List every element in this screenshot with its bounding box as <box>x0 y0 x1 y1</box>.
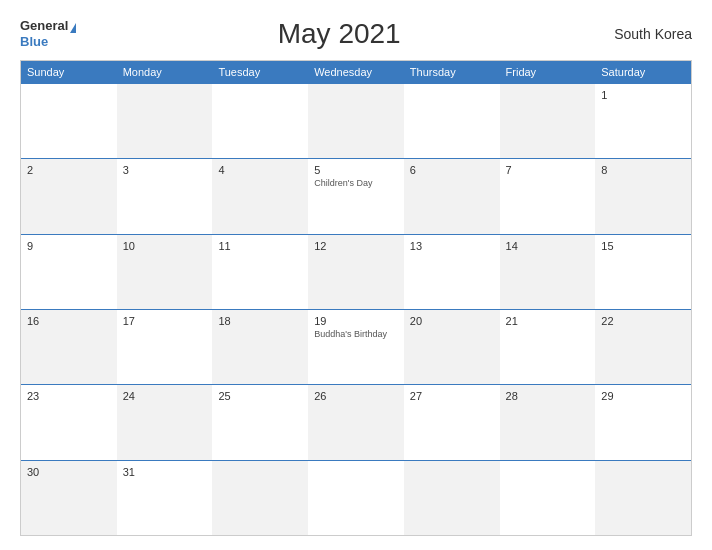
day-number: 11 <box>218 240 302 252</box>
cal-cell: 18 <box>212 310 308 384</box>
day-number: 23 <box>27 390 111 402</box>
cal-cell: 10 <box>117 235 213 309</box>
cal-cell: 29 <box>595 385 691 459</box>
cal-cell <box>21 84 117 158</box>
day-number: 26 <box>314 390 398 402</box>
day-of-week-thursday: Thursday <box>404 61 500 83</box>
day-of-week-wednesday: Wednesday <box>308 61 404 83</box>
day-number: 25 <box>218 390 302 402</box>
day-number: 3 <box>123 164 207 176</box>
day-number: 29 <box>601 390 685 402</box>
cal-cell: 19Buddha's Birthday <box>308 310 404 384</box>
day-of-week-sunday: Sunday <box>21 61 117 83</box>
cal-cell: 24 <box>117 385 213 459</box>
calendar-title: May 2021 <box>76 18 602 50</box>
cal-cell: 6 <box>404 159 500 233</box>
day-number: 15 <box>601 240 685 252</box>
day-of-week-friday: Friday <box>500 61 596 83</box>
cal-cell: 9 <box>21 235 117 309</box>
day-number: 1 <box>601 89 685 101</box>
cal-cell: 27 <box>404 385 500 459</box>
country-label: South Korea <box>602 26 692 42</box>
page: General Blue May 2021 South Korea Sunday… <box>0 0 712 550</box>
cal-cell: 2 <box>21 159 117 233</box>
day-number: 21 <box>506 315 590 327</box>
calendar-row-4: 23242526272829 <box>21 384 691 459</box>
cal-cell: 22 <box>595 310 691 384</box>
cal-cell: 7 <box>500 159 596 233</box>
calendar-row-1: 2345Children's Day678 <box>21 158 691 233</box>
day-number: 12 <box>314 240 398 252</box>
cal-cell <box>595 461 691 535</box>
cal-cell: 23 <box>21 385 117 459</box>
day-number: 31 <box>123 466 207 478</box>
day-number: 14 <box>506 240 590 252</box>
calendar-row-0: 1 <box>21 83 691 158</box>
logo-bottom: Blue <box>20 34 48 50</box>
logo-top: General <box>20 18 76 34</box>
calendar: SundayMondayTuesdayWednesdayThursdayFrid… <box>20 60 692 536</box>
cal-cell: 16 <box>21 310 117 384</box>
cal-cell: 28 <box>500 385 596 459</box>
day-number: 5 <box>314 164 398 176</box>
day-number: 13 <box>410 240 494 252</box>
cal-cell: 15 <box>595 235 691 309</box>
day-number: 28 <box>506 390 590 402</box>
cal-cell: 20 <box>404 310 500 384</box>
day-number: 6 <box>410 164 494 176</box>
cal-cell <box>308 84 404 158</box>
cal-cell: 13 <box>404 235 500 309</box>
cal-cell: 11 <box>212 235 308 309</box>
cal-cell: 31 <box>117 461 213 535</box>
cal-cell: 12 <box>308 235 404 309</box>
day-number: 2 <box>27 164 111 176</box>
day-number: 9 <box>27 240 111 252</box>
calendar-row-3: 16171819Buddha's Birthday202122 <box>21 309 691 384</box>
day-number: 17 <box>123 315 207 327</box>
day-number: 7 <box>506 164 590 176</box>
day-number: 8 <box>601 164 685 176</box>
cal-cell <box>404 461 500 535</box>
cal-cell <box>117 84 213 158</box>
day-number: 18 <box>218 315 302 327</box>
cal-cell: 14 <box>500 235 596 309</box>
cal-cell: 8 <box>595 159 691 233</box>
holiday-label: Buddha's Birthday <box>314 329 398 340</box>
cal-cell <box>500 461 596 535</box>
day-of-week-saturday: Saturday <box>595 61 691 83</box>
cal-cell: 4 <box>212 159 308 233</box>
cal-cell <box>212 461 308 535</box>
calendar-row-2: 9101112131415 <box>21 234 691 309</box>
header: General Blue May 2021 South Korea <box>20 18 692 50</box>
cal-cell <box>212 84 308 158</box>
day-number: 20 <box>410 315 494 327</box>
cal-cell <box>500 84 596 158</box>
cal-cell: 5Children's Day <box>308 159 404 233</box>
cal-cell: 3 <box>117 159 213 233</box>
cal-cell: 17 <box>117 310 213 384</box>
logo-general: General <box>20 18 68 33</box>
cal-cell: 25 <box>212 385 308 459</box>
day-of-week-tuesday: Tuesday <box>212 61 308 83</box>
cal-cell <box>308 461 404 535</box>
calendar-body: 12345Children's Day678910111213141516171… <box>21 83 691 535</box>
day-number: 27 <box>410 390 494 402</box>
calendar-header: SundayMondayTuesdayWednesdayThursdayFrid… <box>21 61 691 83</box>
holiday-label: Children's Day <box>314 178 398 189</box>
cal-cell: 26 <box>308 385 404 459</box>
cal-cell <box>404 84 500 158</box>
day-number: 16 <box>27 315 111 327</box>
day-number: 19 <box>314 315 398 327</box>
cal-cell: 1 <box>595 84 691 158</box>
day-number: 4 <box>218 164 302 176</box>
cal-cell: 30 <box>21 461 117 535</box>
day-number: 22 <box>601 315 685 327</box>
day-number: 24 <box>123 390 207 402</box>
day-number: 30 <box>27 466 111 478</box>
day-of-week-monday: Monday <box>117 61 213 83</box>
cal-cell: 21 <box>500 310 596 384</box>
logo-blue: Blue <box>20 34 48 49</box>
day-number: 10 <box>123 240 207 252</box>
logo: General Blue <box>20 18 76 49</box>
calendar-row-5: 3031 <box>21 460 691 535</box>
